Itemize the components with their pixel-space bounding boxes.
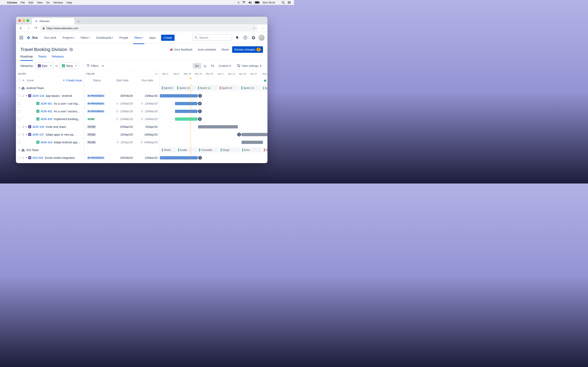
address-bar[interactable]: https://www.atlassian.com ☆: [40, 25, 258, 31]
review-changes-button[interactable]: Review changes2: [232, 46, 263, 53]
timeline-row[interactable]: 4: [160, 100, 268, 108]
wifi-icon[interactable]: [242, 1, 246, 4]
chevron-right-icon[interactable]: ▸: [25, 125, 28, 128]
start-date[interactable]: 25/Feb/20: [120, 156, 133, 159]
release-marker-icon[interactable]: [264, 80, 266, 82]
browser-tab[interactable]: Atlassian: [32, 18, 74, 25]
reload-button[interactable]: [33, 25, 38, 31]
nav-projects[interactable]: Projects▾: [61, 35, 76, 41]
timeline-row[interactable]: 2: [160, 115, 268, 123]
control-center-icon[interactable]: [288, 1, 291, 4]
row-checkbox[interactable]: [17, 133, 20, 136]
issue-key[interactable]: ADR-424: [41, 141, 52, 144]
issue-row[interactable]: 2▸ADR-105Invite and share: [16, 123, 84, 131]
due-date[interactable]: 23/Mar/20: [145, 94, 158, 98]
status-lozenge[interactable]: TO DO: [87, 125, 96, 128]
chevron-down-icon[interactable]: ▾: [25, 94, 28, 97]
schedule-bar[interactable]: 1: [175, 110, 198, 113]
sprint-chip[interactable]: Sprint 12: [218, 85, 239, 91]
chevron-down-icon[interactable]: ▾: [25, 133, 28, 136]
start-date[interactable]: 10/Mar/20: [120, 102, 133, 105]
sprint-chip[interactable]: Emu: [241, 147, 262, 152]
battery-icon[interactable]: [255, 1, 260, 4]
issue-row[interactable]: ADR-402As a user I access...: [16, 108, 84, 115]
dependency-count[interactable]: 4: [198, 102, 202, 105]
timeline-row[interactable]: [160, 123, 268, 131]
row-checkbox[interactable]: [17, 141, 20, 144]
sprint-chip[interactable]: Wo: [263, 147, 268, 152]
row-checkbox[interactable]: [17, 94, 20, 97]
sprint-chip[interactable]: Crocodile: [198, 147, 219, 152]
schedule-bar[interactable]: 1: [242, 133, 268, 136]
timeline-row[interactable]: ←1: [160, 154, 268, 161]
airplay-icon[interactable]: ⎚: [238, 1, 239, 4]
row-checkbox[interactable]: [17, 102, 20, 105]
status-lozenge[interactable]: TO DO: [87, 141, 96, 144]
status-lozenge[interactable]: IN PROGRESS: [87, 102, 105, 105]
share-button[interactable]: Share: [219, 47, 231, 53]
team-row[interactable]: ▾Android Team: [16, 84, 84, 92]
chrome-menu-button[interactable]: ⋮: [260, 25, 265, 31]
issue-row[interactable]: ADR-401As a user I can log...: [16, 100, 84, 108]
menubar-go[interactable]: Go: [46, 1, 50, 4]
issue-key[interactable]: ADR-107: [33, 133, 44, 136]
sprint-chip[interactable]: Sprint 13: [240, 85, 261, 91]
issue-key[interactable]: IOS-543: [33, 156, 43, 159]
zoom-3m[interactable]: 3m: [193, 63, 201, 69]
chevron-down-icon[interactable]: ▾: [17, 149, 21, 151]
row-checkbox[interactable]: [17, 156, 20, 159]
give-feedback-button[interactable]: 📣Give feedback: [167, 47, 195, 53]
more-fields-icon[interactable]: •••: [155, 73, 158, 75]
due-date[interactable]: 23/Mar/20: [145, 110, 158, 113]
zoom-custom[interactable]: Custom ▾: [216, 63, 233, 69]
menubar-app[interactable]: Chrome: [7, 1, 17, 4]
spotlight-icon[interactable]: [282, 1, 285, 4]
tab-releases[interactable]: Releases: [52, 55, 64, 60]
start-date[interactable]: 10/Mar/20: [120, 117, 133, 121]
dependency-count[interactable]: 1: [198, 109, 202, 113]
bookmark-icon[interactable]: ☆: [253, 26, 256, 30]
chevron-down-icon[interactable]: ▾: [17, 87, 21, 89]
due-date[interactable]: 04/May/20: [144, 141, 158, 144]
issue-row[interactable]: 1▾IOS-543Social media integration: [16, 154, 84, 161]
back-button[interactable]: [18, 25, 24, 31]
issue-row[interactable]: ADR-403Implement booking...: [16, 115, 84, 123]
issue-row[interactable]: 1▾ADR-104App basics - Android: [16, 92, 84, 100]
status-lozenge[interactable]: IN PROGRESS: [87, 110, 105, 113]
timeline-column[interactable]: Mar 2Mar 9Mar 16Mar 23Mar 30Apr 6Apr 13A…: [160, 71, 268, 161]
settings-icon[interactable]: [250, 35, 256, 41]
issue-key[interactable]: ADR-104: [33, 94, 44, 98]
issue-key[interactable]: ADR-401: [41, 102, 52, 105]
schedule-bar[interactable]: 2: [175, 117, 198, 121]
volume-icon[interactable]: [249, 1, 252, 4]
sprint-chip[interactable]: Spr: [262, 85, 268, 91]
menubar-edit[interactable]: Edit: [29, 1, 33, 4]
row-checkbox[interactable]: [17, 125, 20, 128]
user-avatar[interactable]: [259, 35, 265, 41]
start-date[interactable]: 20/Apr/20: [121, 141, 133, 144]
nav-apps[interactable]: Apps: [148, 35, 157, 41]
menubar-clock[interactable]: Mon 09:41: [263, 1, 275, 4]
sprint-chip[interactable]: Sprint 10: [176, 85, 196, 91]
status-lozenge[interactable]: IN PROGRESS: [87, 156, 105, 159]
menubar-view[interactable]: View: [37, 1, 43, 4]
schedule-bar[interactable]: [242, 141, 263, 144]
issue-key[interactable]: ADR-403: [41, 117, 52, 121]
zoom-1y[interactable]: 1y: [201, 63, 209, 69]
notifications-icon[interactable]: [234, 35, 240, 41]
view-settings-button[interactable]: View settings▾: [235, 63, 263, 69]
status-lozenge[interactable]: TO DO: [87, 133, 96, 136]
create-button[interactable]: Create: [161, 35, 174, 41]
forward-button[interactable]: [25, 25, 31, 31]
search-input[interactable]: Search: [192, 34, 232, 41]
start-date[interactable]: 10/Mar/20: [120, 110, 133, 113]
nav-dashboards[interactable]: Dashboards▾: [95, 35, 114, 41]
team-row[interactable]: ▾iOS Team: [16, 146, 84, 154]
due-date[interactable]: 16/May/20: [144, 133, 158, 136]
menubar-file[interactable]: File: [21, 1, 25, 4]
due-date[interactable]: 23/Mar/20: [145, 156, 158, 159]
nav-people[interactable]: People: [118, 35, 130, 41]
tab-teams[interactable]: Teams: [38, 55, 47, 60]
help-icon[interactable]: ?: [242, 35, 248, 41]
plan-settings-icon[interactable]: [69, 48, 73, 51]
